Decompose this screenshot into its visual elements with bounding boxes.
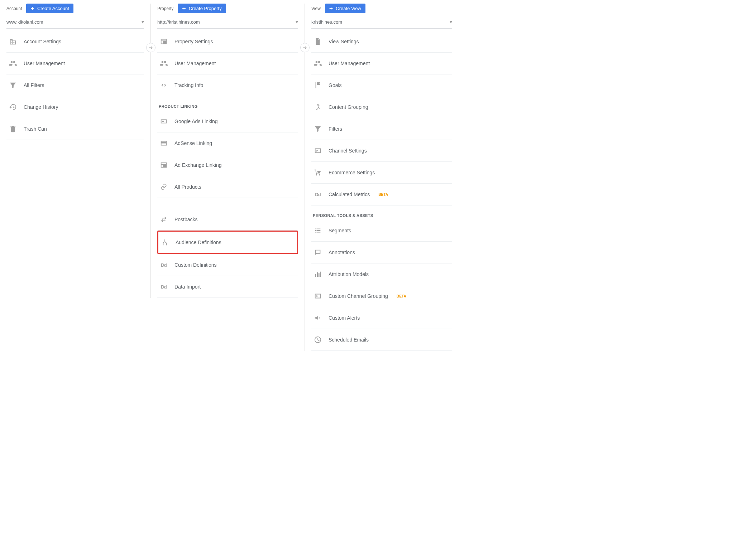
create-account-button[interactable]: + Create Account <box>26 4 73 13</box>
menu-item-all-filters[interactable]: All Filters <box>6 74 144 96</box>
cart-icon <box>314 168 322 177</box>
menu-item-change-history[interactable]: Change History <box>6 96 144 118</box>
menu-item-label: Custom Alerts <box>329 315 360 321</box>
menu-item-label: Custom Definitions <box>174 262 217 268</box>
account-selected: www.kikolani.com <box>6 19 43 25</box>
menu-item-postbacks[interactable]: Postbacks <box>157 209 298 231</box>
menu-item-filters[interactable]: Filters <box>311 118 452 140</box>
menu-item-trash-can[interactable]: Trash Can <box>6 118 144 140</box>
menu-item-tracking-info[interactable]: Tracking Info <box>157 74 298 96</box>
property-selector[interactable]: http://kristihines.com ▾ <box>157 17 298 29</box>
dd-icon: Dd <box>314 190 322 199</box>
plus-icon: + <box>30 6 34 11</box>
menu-item-label: Content Grouping <box>329 104 368 110</box>
menu-item-label: User Management <box>329 61 370 66</box>
property-column: Property + Create Property http://kristi… <box>150 4 305 298</box>
product-linking-heading: PRODUCT LINKING <box>157 96 298 111</box>
clock-icon <box>314 335 322 344</box>
menu-item-account-settings[interactable]: Account Settings <box>6 31 144 53</box>
property-menu: Property SettingsUser ManagementTracking… <box>157 31 298 96</box>
layout-icon <box>159 37 168 46</box>
menu-item-custom-channel-grouping[interactable]: Custom Channel GroupingBETA <box>311 285 452 307</box>
menu-item-label: Segments <box>329 228 351 233</box>
menu-item-label: Ad Exchange Linking <box>174 162 222 168</box>
create-property-button[interactable]: + Create Property <box>178 4 226 13</box>
code-icon <box>159 81 168 89</box>
menu-item-attribution-models[interactable]: Attribution Models <box>311 263 452 285</box>
history-icon <box>9 103 17 111</box>
users-icon <box>314 59 322 68</box>
menu-item-all-products[interactable]: All Products <box>157 176 298 198</box>
menu-item-channel-settings[interactable]: Channel Settings <box>311 140 452 162</box>
menu-item-label: Data Import <box>174 284 201 290</box>
menu-item-user-management[interactable]: User Management <box>311 53 452 74</box>
menu-item-label: Change History <box>24 104 58 110</box>
layout-icon <box>159 161 168 169</box>
menu-item-label: All Products <box>174 184 201 190</box>
menu-item-label: Property Settings <box>174 39 213 44</box>
property-linking-menu: Google Ads LinkingAdSense LinkingAd Exch… <box>157 111 298 198</box>
menu-item-view-settings[interactable]: View Settings <box>311 31 452 53</box>
channels-icon <box>314 292 322 300</box>
merge-icon <box>314 103 322 111</box>
menu-item-data-import[interactable]: DdData Import <box>157 276 298 298</box>
menu-item-goals[interactable]: Goals <box>311 74 452 96</box>
admin-columns: Account + Create Account www.kikolani.co… <box>0 0 459 358</box>
menu-item-label: User Management <box>24 61 65 66</box>
move-view-icon[interactable] <box>300 43 310 52</box>
comment-icon <box>314 248 322 257</box>
menu-item-label: Google Ads Linking <box>174 118 218 124</box>
menu-item-label: AdSense Linking <box>174 140 212 146</box>
property-header: Property + Create Property <box>157 4 298 13</box>
menu-item-label: Scheduled Emails <box>329 337 369 343</box>
menu-item-label: Goals <box>329 82 342 88</box>
funnel-icon <box>314 125 322 133</box>
building-icon <box>9 37 17 46</box>
view-selector[interactable]: kristihines.com ▾ <box>311 17 452 29</box>
menu-item-label: Audience Definitions <box>176 239 221 245</box>
property-more-menu: PostbacksAudience DefinitionsDdCustom De… <box>157 209 298 298</box>
menu-item-custom-alerts[interactable]: Custom Alerts <box>311 307 452 329</box>
menu-item-content-grouping[interactable]: Content Grouping <box>311 96 452 118</box>
split-icon <box>161 238 169 247</box>
create-view-label: Create View <box>336 6 361 11</box>
menu-item-audience-definitions[interactable]: Audience Definitions <box>157 231 298 254</box>
view-heading: View <box>311 6 321 11</box>
menu-item-google-ads-linking[interactable]: Google Ads Linking <box>157 111 298 132</box>
menu-item-user-management[interactable]: User Management <box>157 53 298 74</box>
account-selector[interactable]: www.kikolani.com ▾ <box>6 17 144 29</box>
menu-item-label: Postbacks <box>174 217 198 222</box>
view-header: View + Create View <box>311 4 452 13</box>
menu-item-scheduled-emails[interactable]: Scheduled Emails <box>311 329 452 351</box>
funnel-icon <box>9 81 17 89</box>
plus-icon: + <box>182 6 186 11</box>
create-account-label: Create Account <box>37 6 69 11</box>
menu-item-ad-exchange-linking[interactable]: Ad Exchange Linking <box>157 154 298 176</box>
menu-item-annotations[interactable]: Annotations <box>311 242 452 263</box>
menu-item-label: User Management <box>174 61 216 66</box>
trash-icon <box>9 125 17 133</box>
menu-item-label: Attribution Models <box>329 271 369 277</box>
menu-item-user-management[interactable]: User Management <box>6 53 144 74</box>
view-personal-menu: SegmentsAnnotationsAttribution ModelsCus… <box>311 220 452 351</box>
menu-item-property-settings[interactable]: Property Settings <box>157 31 298 53</box>
account-header: Account + Create Account <box>6 4 144 13</box>
menu-item-calculated-metrics[interactable]: DdCalculated MetricsBETA <box>311 184 452 205</box>
menu-item-ecommerce-settings[interactable]: Ecommerce Settings <box>311 162 452 184</box>
move-property-icon[interactable] <box>146 43 155 52</box>
menu-item-label: Tracking Info <box>174 82 203 88</box>
menu-item-custom-definitions[interactable]: DdCustom Definitions <box>157 254 298 276</box>
account-column: Account + Create Account www.kikolani.co… <box>0 4 150 140</box>
create-view-button[interactable]: + Create View <box>325 4 365 13</box>
menu-item-label: Ecommerce Settings <box>329 170 375 175</box>
account-menu: Account SettingsUser ManagementAll Filte… <box>6 31 144 140</box>
menu-item-segments[interactable]: Segments <box>311 220 452 242</box>
menu-item-label: Annotations <box>329 250 355 255</box>
menu-item-label: Account Settings <box>24 39 61 44</box>
caret-down-icon: ▾ <box>142 19 144 25</box>
account-heading: Account <box>6 6 22 11</box>
beta-badge: BETA <box>397 294 406 298</box>
menu-item-adsense-linking[interactable]: AdSense Linking <box>157 132 298 154</box>
personal-tools-heading: PERSONAL TOOLS & ASSETS <box>311 205 452 220</box>
swap-icon <box>159 215 168 224</box>
